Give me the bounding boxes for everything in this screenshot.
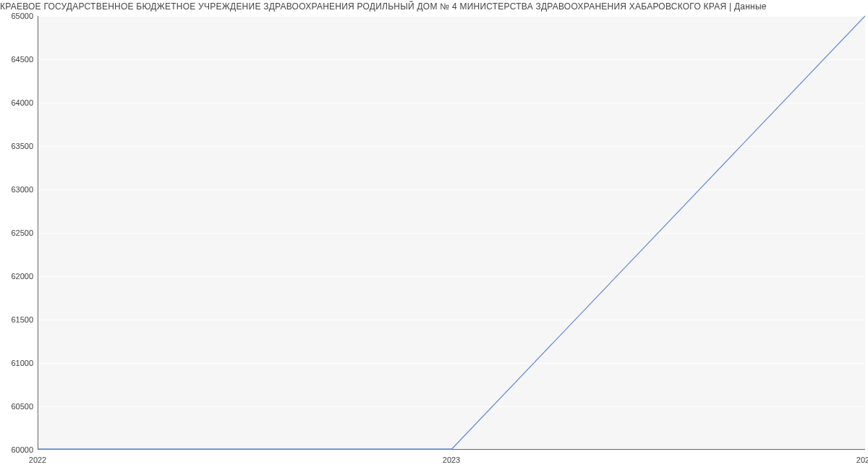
y-tick-label: 64500 bbox=[0, 55, 33, 64]
y-tick-label: 65000 bbox=[0, 12, 33, 20]
y-tick-label: 60000 bbox=[0, 445, 33, 454]
x-tick-label: 2024 bbox=[856, 456, 868, 464]
grid-line bbox=[38, 450, 865, 450]
line-series bbox=[38, 16, 865, 449]
plot-area bbox=[38, 16, 865, 450]
y-tick-label: 62500 bbox=[0, 228, 33, 237]
y-tick-label: 63000 bbox=[0, 185, 33, 194]
y-tick-label: 64000 bbox=[0, 98, 33, 107]
x-tick-label: 2022 bbox=[29, 456, 46, 464]
y-tick-label: 61000 bbox=[0, 359, 33, 367]
chart-title: КРАЕВОЕ ГОСУДАРСТВЕННОЕ БЮДЖЕТНОЕ УЧРЕЖД… bbox=[0, 0, 868, 12]
chart-container: КРАЕВОЕ ГОСУДАРСТВЕННОЕ БЮДЖЕТНОЕ УЧРЕЖД… bbox=[0, 0, 868, 470]
x-tick-label: 2023 bbox=[443, 456, 460, 464]
y-tick-label: 63500 bbox=[0, 142, 33, 150]
y-tick-label: 62000 bbox=[0, 272, 33, 281]
y-tick-label: 60500 bbox=[0, 402, 33, 411]
data-line bbox=[38, 16, 865, 449]
y-tick-label: 61500 bbox=[0, 315, 33, 324]
